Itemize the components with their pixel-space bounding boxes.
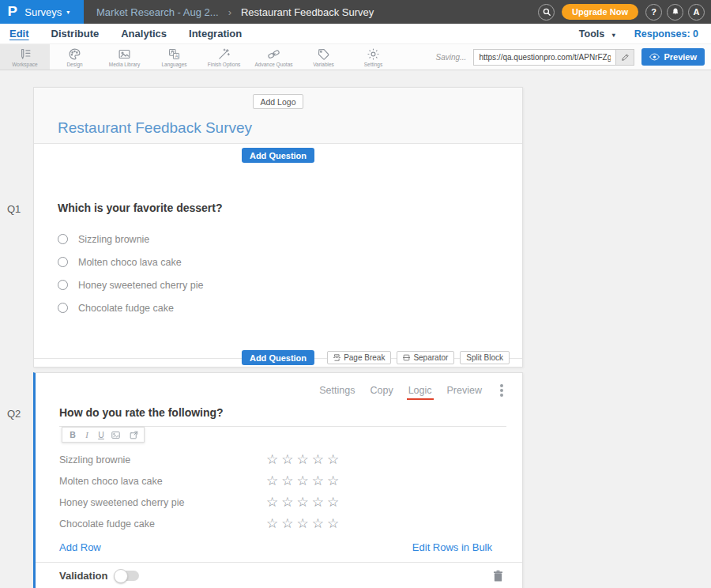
toolbar-right: Saving... Preview (435, 44, 711, 70)
radio-icon[interactable] (58, 234, 68, 244)
star-icon[interactable]: ☆ (327, 474, 339, 488)
responses-count[interactable]: Responses: 0 (634, 28, 698, 40)
menu-preview[interactable]: Preview (447, 385, 482, 396)
edit-rows-bulk-link[interactable]: Edit Rows in Bulk (412, 541, 492, 553)
rating-row-label[interactable]: Honey sweetened cherry pie (59, 497, 266, 508)
survey-title[interactable]: Restaurant Feedback Survey (58, 119, 522, 137)
insert-link-button[interactable] (127, 431, 140, 439)
star-icon[interactable]: ☆ (266, 496, 278, 509)
row-actions: Add Row Edit Rows in Bulk (59, 540, 492, 555)
insert-image-button[interactable] (109, 431, 122, 439)
option-label[interactable]: Chocolate fudge cake (78, 303, 174, 314)
star-icon[interactable]: ☆ (297, 474, 309, 488)
add-question-button[interactable]: Add Question (242, 148, 314, 163)
italic-button[interactable]: I (81, 431, 93, 439)
tab-distribute[interactable]: Distribute (51, 28, 100, 40)
survey-nav: Edit Distribute Analytics Integration To… (0, 24, 711, 44)
advance-quotas-button[interactable]: Advance Quotas (249, 44, 299, 70)
workspace-button[interactable]: Workspace (0, 44, 50, 70)
notifications-button[interactable] (667, 4, 683, 21)
design-button[interactable]: Design (50, 44, 100, 70)
tab-edit[interactable]: Edit (9, 28, 29, 40)
page-break-button[interactable]: Page Break (327, 351, 391, 364)
separator-button[interactable]: Separator (397, 351, 454, 364)
account-avatar[interactable]: A (688, 4, 705, 21)
bell-icon (671, 7, 680, 17)
rating-row-label[interactable]: Chocolate fudge cake (59, 518, 266, 530)
star-icon[interactable]: ☆ (327, 453, 339, 466)
star-icon[interactable]: ☆ (266, 453, 278, 466)
upgrade-now-button[interactable]: Upgrade Now (562, 4, 638, 20)
question-label-q2: Q2 (7, 408, 21, 420)
add-logo-button[interactable]: Add Logo (253, 94, 304, 109)
radio-icon[interactable] (58, 303, 68, 313)
menu-copy[interactable]: Copy (370, 385, 393, 396)
rating-row-label[interactable]: Molten choco lava cake (59, 476, 266, 487)
option-label[interactable]: Sizzling brownie (78, 234, 149, 245)
star-icon[interactable]: ☆ (312, 474, 324, 488)
product-switcher[interactable]: P Surveys ▾ (0, 0, 84, 24)
star-icon[interactable]: ☆ (297, 453, 309, 466)
add-question-button[interactable]: Add Question (242, 350, 314, 365)
rating-row: Sizzling brownie ☆☆☆☆☆ (59, 449, 522, 470)
star-icon[interactable]: ☆ (327, 496, 339, 509)
variables-button[interactable]: Variables (299, 44, 348, 70)
star-icon[interactable]: ☆ (281, 496, 293, 509)
question-text[interactable]: How do you rate the following? (59, 406, 506, 427)
split-block-button[interactable]: Split Block (460, 351, 510, 364)
eye-icon (649, 53, 660, 61)
finish-options-button[interactable]: Finish Options (199, 44, 249, 70)
star-icon[interactable]: ☆ (312, 517, 324, 530)
question-label-q1: Q1 (7, 203, 21, 215)
star-icon[interactable]: ☆ (327, 517, 339, 530)
tab-analytics[interactable]: Analytics (121, 28, 167, 40)
star-rating: ☆☆☆☆☆ (266, 453, 339, 466)
questionpro-logo: P (7, 4, 17, 20)
editor-toolbar: Workspace Design Media Library A Languag… (0, 44, 711, 70)
survey-url-input[interactable] (473, 49, 615, 66)
rating-row: Honey sweetened cherry pie ☆☆☆☆☆ (59, 492, 522, 513)
media-library-button[interactable]: Media Library (100, 44, 149, 70)
radio-icon[interactable] (58, 257, 68, 267)
topbar: P Surveys ▾ Market Research - Aug 2... ›… (0, 0, 711, 24)
star-icon[interactable]: ☆ (281, 453, 293, 466)
question-text[interactable]: Which is your favorite dessert? (58, 202, 498, 214)
help-button[interactable]: ? (645, 4, 662, 21)
question-1: Which is your favorite dessert? Sizzling… (34, 167, 522, 349)
breadcrumb-folder[interactable]: Market Research - Aug 2... (96, 6, 219, 18)
edit-url-button[interactable] (615, 49, 634, 66)
star-icon[interactable]: ☆ (281, 474, 293, 488)
settings-button[interactable]: Settings (348, 44, 398, 70)
tools-menu[interactable]: Tools ▾ (579, 28, 615, 40)
add-row-link[interactable]: Add Row (59, 541, 101, 553)
question-mark-icon: ? (651, 7, 656, 17)
star-icon[interactable]: ☆ (312, 496, 324, 509)
option-label[interactable]: Molten choco lava cake (78, 257, 182, 268)
breadcrumb-survey-name: Restaurant Feedback Survey (241, 6, 374, 18)
settings-icon (367, 47, 380, 61)
languages-button[interactable]: A Languages (149, 44, 199, 70)
validation-toggle[interactable] (115, 571, 139, 581)
star-icon[interactable]: ☆ (266, 517, 278, 530)
radio-icon[interactable] (58, 280, 68, 290)
preview-button[interactable]: Preview (641, 48, 705, 66)
star-icon[interactable]: ☆ (297, 496, 309, 509)
star-icon[interactable]: ☆ (281, 517, 293, 530)
rating-row-label[interactable]: Sizzling brownie (59, 454, 266, 466)
star-icon[interactable]: ☆ (312, 453, 324, 466)
search-button[interactable] (538, 4, 555, 21)
delete-question-button[interactable] (493, 570, 503, 582)
menu-logic[interactable]: Logic (408, 385, 432, 396)
search-icon (542, 7, 551, 17)
breadcrumb-separator-icon: › (228, 6, 231, 18)
bold-button[interactable]: B (66, 430, 79, 439)
underline-button[interactable]: U (95, 430, 107, 439)
option-label[interactable]: Honey sweetened cherry pie (78, 280, 203, 291)
star-rating: ☆☆☆☆☆ (266, 474, 339, 488)
breadcrumb: Market Research - Aug 2... › Restaurant … (96, 6, 374, 18)
tab-integration[interactable]: Integration (189, 28, 242, 40)
star-icon[interactable]: ☆ (266, 474, 278, 488)
kebab-menu-icon[interactable] (500, 389, 503, 392)
star-icon[interactable]: ☆ (297, 517, 309, 530)
menu-settings[interactable]: Settings (319, 385, 355, 396)
